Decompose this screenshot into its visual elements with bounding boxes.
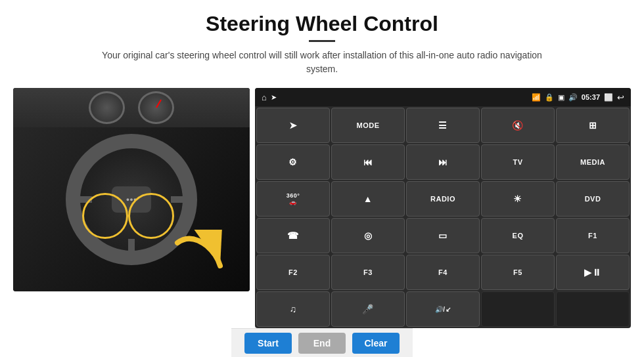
btn-f3[interactable]: F3 (331, 255, 405, 290)
status-right: 📶 🔒 ▣ 🔊 05:37 ⬜ ↩ (532, 93, 624, 102)
btn-mode[interactable]: MODE (331, 108, 405, 143)
btn-empty2 (556, 291, 630, 327)
btn-apps[interactable]: ⊞ (556, 108, 630, 143)
yellow-arrow (171, 230, 230, 278)
header-section: Steering Wheel Control Your original car… (0, 0, 644, 81)
btn-mute[interactable]: 🔇 (481, 108, 555, 143)
steering-wheel-bg: ●●● (13, 88, 250, 291)
btn-next[interactable]: ⏭ (406, 144, 480, 180)
btn-settings[interactable]: ⚙ (256, 144, 330, 180)
spoke-bottom (128, 239, 135, 262)
lock-icon: 🔒 (545, 93, 554, 102)
btn-tv[interactable]: TV (481, 144, 555, 180)
card-icon: ▣ (558, 93, 564, 102)
btn-prev[interactable]: ⏮ (331, 144, 405, 180)
highlight-left (82, 193, 128, 239)
clear-button[interactable]: Clear (352, 333, 400, 354)
btn-media[interactable]: MEDIA (556, 144, 630, 180)
page-subtitle: Your original car's steering wheel contr… (99, 49, 545, 76)
btn-brightness[interactable]: ☀ (481, 181, 555, 217)
btn-display[interactable]: ▭ (406, 218, 480, 253)
btn-menu[interactable]: ☰ (406, 108, 480, 143)
btn-navigate[interactable]: ➤ (256, 108, 330, 143)
page-title: Steering Wheel Control (39, 12, 605, 36)
btn-f4[interactable]: F4 (406, 255, 480, 290)
wifi-icon: 📶 (532, 93, 541, 102)
btn-360[interactable]: 360°🚗 (256, 181, 330, 217)
btn-eq[interactable]: EQ (481, 218, 555, 253)
bt-icon: 🔊 (568, 93, 578, 102)
btn-browse[interactable]: ◎ (331, 218, 405, 253)
btn-radio[interactable]: RADIO (406, 181, 480, 217)
btn-f5[interactable]: F5 (481, 255, 555, 290)
content-section: ●●● (0, 81, 644, 328)
control-panel: ⌂ ➤ 📶 🔒 ▣ 🔊 05:37 ⬜ ↩ ➤ MODE ☰ (255, 88, 631, 328)
car-image: ●●● (13, 88, 250, 291)
btn-empty1 (481, 291, 555, 327)
page-wrapper: Steering Wheel Control Your original car… (0, 0, 644, 357)
clock: 05:37 (582, 93, 600, 101)
button-grid: ➤ MODE ☰ 🔇 ⊞ ⚙ ⏮ ⏭ TV MEDIA 360°🚗 ▲ RADI… (255, 106, 631, 328)
highlight-right (128, 193, 174, 239)
status-bar: ⌂ ➤ 📶 🔒 ▣ 🔊 05:37 ⬜ ↩ (255, 88, 631, 106)
status-left: ⌂ ➤ (262, 93, 277, 102)
btn-phone[interactable]: ☎ (256, 218, 330, 253)
start-button[interactable]: Start (244, 333, 292, 354)
spoke-right (171, 196, 194, 203)
back-icon[interactable]: ↩ (617, 93, 624, 102)
nav-icon[interactable]: ➤ (271, 93, 277, 102)
end-button[interactable]: End (298, 333, 346, 354)
btn-dvd[interactable]: DVD (556, 181, 630, 217)
home-icon[interactable]: ⌂ (262, 93, 267, 102)
btn-vol-down[interactable]: 🔊/↙ (406, 291, 480, 327)
title-divider (309, 40, 335, 42)
btn-music[interactable]: ♫ (256, 291, 330, 327)
btn-f1[interactable]: F1 (556, 218, 630, 253)
bottom-bar: Start End Clear (231, 328, 413, 357)
window-icon[interactable]: ⬜ (604, 93, 613, 102)
btn-f2[interactable]: F2 (256, 255, 330, 290)
btn-eject[interactable]: ▲ (331, 181, 405, 217)
btn-play-pause[interactable]: ▶⏸ (556, 255, 630, 290)
btn-mic[interactable]: 🎤 (331, 291, 405, 327)
